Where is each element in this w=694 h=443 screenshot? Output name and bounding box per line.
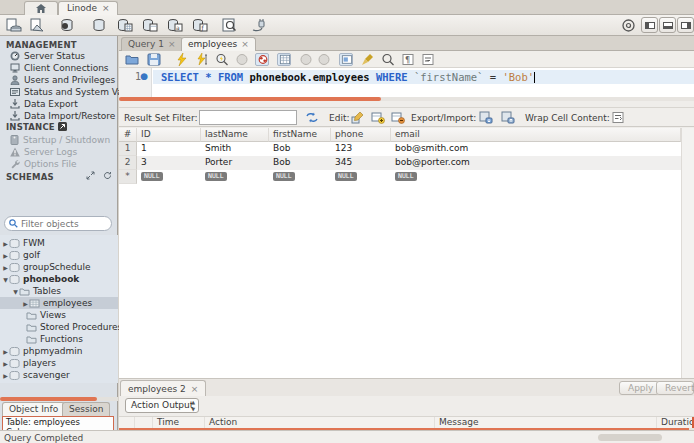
execute-icon[interactable] (175, 53, 189, 66)
chevron-right-icon[interactable]: ▶ (2, 372, 9, 379)
tree-item-schema-players[interactable]: ▶players (0, 357, 118, 369)
sidebar-item-data-export[interactable]: Data Export (10, 98, 78, 110)
tab-object-info[interactable]: Object Info (2, 402, 65, 416)
insert-row-icon[interactable] (371, 111, 385, 124)
reconnect-icon[interactable] (250, 18, 266, 33)
grid-cell[interactable]: 3 (137, 156, 201, 170)
tree-item-schema-scavenger[interactable]: ▶scavenger (0, 369, 118, 381)
chevron-down-icon[interactable]: ▼ (12, 288, 19, 295)
close-icon[interactable]: × (241, 39, 249, 49)
sql-code-line[interactable]: SELECT * FROM phonebook.employees WHERE … (153, 70, 694, 84)
grid-header-id[interactable]: ID (137, 128, 201, 142)
sidebar-item-server-logs[interactable]: Server Logs (10, 146, 77, 158)
create-view-icon[interactable] (142, 18, 158, 33)
grid-cell-null[interactable]: NULL (391, 170, 681, 184)
grid-cell[interactable]: Bob (269, 156, 331, 170)
grid-cell-null[interactable]: NULL (269, 170, 331, 184)
grid-header-rownum[interactable]: # (119, 128, 137, 142)
open-script-icon[interactable] (30, 18, 46, 33)
tree-item-schema-groupschedule[interactable]: ▶groupSchedule (0, 261, 118, 273)
grid-cell[interactable]: bob@smith.com (391, 142, 681, 156)
chevron-right-icon[interactable]: ▶ (2, 348, 9, 355)
sidebar-item-server-status[interactable]: Server Status (10, 50, 85, 62)
delete-row-icon[interactable] (391, 111, 405, 124)
sidebar-scrollbar-thumb[interactable] (0, 397, 97, 401)
db-inspector-icon[interactable] (60, 18, 76, 33)
grid-cell-null[interactable]: NULL (201, 170, 269, 184)
grid-header-email[interactable]: email (391, 128, 681, 142)
grid-newrow-marker[interactable]: * (119, 170, 137, 184)
create-table-icon[interactable] (117, 18, 133, 33)
close-icon[interactable]: × (191, 384, 199, 394)
schema-filter-input[interactable] (21, 219, 101, 229)
sidebar-item-startup-shutdown[interactable]: Startup / Shutdown (10, 134, 110, 146)
output-selector-dropdown[interactable]: Action Output ▲▼ (125, 398, 199, 413)
grid-cell[interactable]: Porter (201, 156, 269, 170)
schema-filter[interactable] (4, 216, 112, 231)
new-query-tab-icon[interactable] (6, 18, 22, 33)
tree-item-table-employees[interactable]: ▶employees (0, 297, 118, 309)
chevron-right-icon[interactable]: ▶ (2, 240, 9, 247)
tree-item-schema-golf[interactable]: ▶golf (0, 249, 118, 261)
home-tab[interactable] (24, 1, 58, 15)
grid-cell-null[interactable]: NULL (137, 170, 201, 184)
edit-record-icon[interactable] (351, 111, 365, 124)
execute-current-icon[interactable] (195, 53, 209, 66)
wrap-cell-content-icon[interactable] (611, 111, 625, 124)
sidebar-item-options-file[interactable]: Options File (10, 158, 77, 170)
connection-tab[interactable]: Linode× (58, 1, 118, 15)
chevron-right-icon[interactable]: ▶ (2, 264, 9, 271)
grid-header-lastname[interactable]: lastName (201, 128, 269, 142)
refresh-schemas-icon[interactable] (103, 171, 112, 180)
sidebar-item-client-connections[interactable]: Client Connections (10, 62, 109, 74)
grid-cell[interactable]: 123 (331, 142, 391, 156)
chevron-down-icon[interactable]: ▼ (2, 276, 9, 283)
tree-item-functions-folder[interactable]: Functions (0, 333, 118, 345)
editor-hscrollbar[interactable] (119, 97, 694, 101)
grid-header-phone[interactable]: phone (331, 128, 391, 142)
find-icon[interactable] (381, 53, 395, 66)
tab-session[interactable]: Session (62, 402, 110, 416)
limit-rows-button[interactable] (277, 53, 291, 66)
clean-sql-icon[interactable] (361, 53, 375, 66)
create-function-icon[interactable]: ƒ (192, 18, 208, 33)
invisible-chars-icon[interactable]: ¶ (401, 53, 415, 66)
grid-cell[interactable]: bob@porter.com (391, 156, 681, 170)
sidebar-item-users-privileges[interactable]: Users and Privileges (10, 74, 115, 86)
toggle-left-panel-button[interactable] (641, 17, 658, 33)
grid-rownum[interactable]: 2 (119, 156, 137, 170)
tree-item-tables-folder[interactable]: ▼Tables (0, 285, 118, 297)
close-icon[interactable]: × (168, 39, 176, 49)
tree-item-schema-fwm[interactable]: ▶FWM (0, 237, 118, 249)
sidebar-item-data-import[interactable]: Data Import/Restore (10, 110, 115, 122)
tab-query-1[interactable]: Query 1× (121, 37, 183, 51)
save-icon[interactable] (147, 53, 161, 66)
import-records-icon[interactable] (501, 111, 515, 124)
refresh-results-icon[interactable] (305, 111, 319, 124)
toggle-bottom-panel-button[interactable] (659, 17, 676, 33)
tree-item-stored-procedures-folder[interactable]: Stored Procedures (0, 321, 118, 333)
close-icon[interactable]: × (102, 3, 110, 13)
chevron-right-icon[interactable]: ▶ (2, 252, 9, 259)
toggle-stop-on-error-button[interactable] (255, 53, 269, 66)
tab-employees[interactable]: employees× (181, 37, 256, 51)
tree-item-schema-phpmyadmin[interactable]: ▶phpmyadmin (0, 345, 118, 357)
chevron-right-icon[interactable]: ▶ (22, 300, 29, 307)
create-procedure-icon[interactable]: a (167, 18, 183, 33)
grid-rownum[interactable]: 1 (119, 142, 137, 156)
revert-button[interactable]: Revert (656, 381, 694, 395)
chevron-right-icon[interactable]: ▶ (2, 360, 9, 367)
tree-item-views-folder[interactable]: Views (0, 309, 118, 321)
wrap-lines-icon[interactable] (421, 53, 435, 66)
toggle-right-panel-button[interactable] (677, 17, 694, 33)
export-results-icon[interactable] (479, 111, 493, 124)
grid-header-firstname[interactable]: firstName (269, 128, 331, 142)
grid-cell[interactable]: Smith (201, 142, 269, 156)
grid-cell[interactable]: Bob (269, 142, 331, 156)
expand-panel-icon[interactable] (86, 171, 95, 180)
open-file-icon[interactable] (125, 53, 139, 66)
spinner-arrows-icon[interactable]: ▲▼ (191, 399, 195, 413)
explain-icon[interactable] (215, 53, 229, 66)
editor-hscrollbar-thumb[interactable] (119, 97, 381, 101)
create-schema-icon[interactable] (92, 18, 108, 33)
